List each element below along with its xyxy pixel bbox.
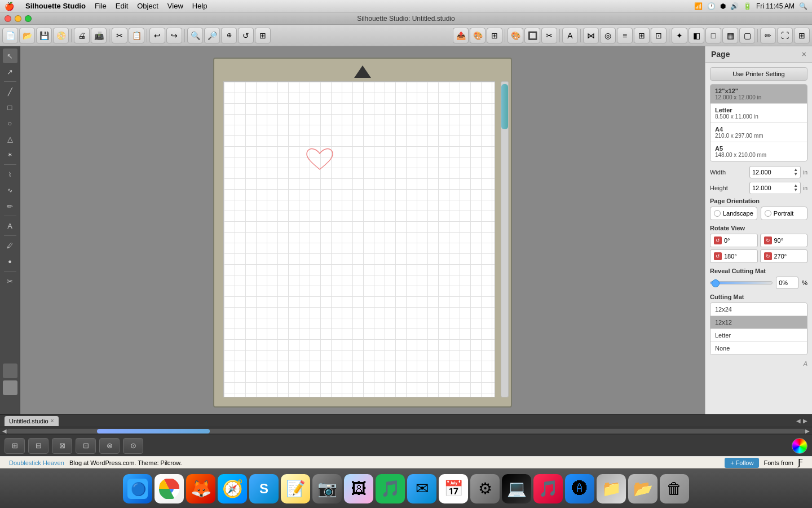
dock-photos-icon[interactable]: 🖼 — [344, 474, 373, 503]
width-spinners[interactable]: ▲ ▼ — [793, 168, 798, 177]
tool-node[interactable]: ↗ — [3, 64, 17, 79]
dock-firefox-icon[interactable]: 🦊 — [186, 474, 215, 503]
dock-mail-icon[interactable]: ✉ — [407, 474, 436, 503]
cut-button[interactable]: ✂ — [112, 28, 127, 43]
height-input[interactable]: 12.000 ▲ ▼ — [749, 182, 801, 194]
width-input[interactable]: 12.000 ▲ ▼ — [749, 166, 801, 178]
dock-finder-icon[interactable]: 🔵 — [123, 474, 152, 503]
save-alt-button[interactable]: 📀 — [53, 28, 69, 43]
dock-app-icon[interactable]: 📂 — [628, 474, 657, 503]
menu-edit[interactable]: Edit — [116, 2, 128, 10]
dock-camera-icon[interactable]: 📷 — [312, 474, 342, 503]
mat-12x12[interactable]: 12x12 — [710, 316, 807, 329]
dock-sysprefs-icon[interactable]: ⚙ — [470, 474, 500, 503]
size-option-a5[interactable]: A5 148.00 x 210.00 mm — [710, 142, 807, 161]
maximize-button[interactable] — [25, 15, 32, 22]
search-icon[interactable]: 🔍 — [799, 2, 807, 10]
rotate-180-button[interactable]: ↺ 180° — [710, 249, 758, 263]
send-button[interactable]: 📤 — [453, 28, 469, 43]
weld-button[interactable]: ⋈ — [583, 28, 599, 43]
dock-appstore-icon[interactable]: 🅐 — [565, 474, 594, 503]
close-button[interactable] — [5, 15, 11, 22]
scroll-h-thumb[interactable] — [97, 429, 210, 433]
dock-spotify-icon[interactable]: 🎵 — [376, 474, 405, 503]
dock-chrome-icon[interactable] — [155, 474, 184, 503]
transform-button[interactable]: ⊡ — [651, 28, 667, 43]
horizontal-scrollbar[interactable]: ◀ ▶ — [0, 427, 812, 435]
height-down[interactable]: ▼ — [793, 188, 798, 192]
dock-activity-icon[interactable]: 💻 — [502, 474, 531, 503]
layer-button[interactable]: ◧ — [689, 28, 704, 43]
offset-button[interactable]: ◎ — [600, 28, 616, 43]
grid-button[interactable]: ⊞ — [255, 28, 271, 43]
copy-button[interactable]: 📋 — [129, 28, 144, 43]
size-option-a4[interactable]: A4 210.0 x 297.00 mm — [710, 123, 807, 142]
print2-button[interactable]: 📠 — [91, 28, 107, 43]
tool-eraser[interactable]: ✂ — [3, 274, 17, 288]
rotate-270-button[interactable]: ↻ 270° — [760, 249, 808, 263]
scroll-right-button[interactable]: ▶ — [805, 428, 810, 434]
pattern-button[interactable]: 🔲 — [524, 28, 540, 43]
color-button[interactable]: 🎨 — [508, 28, 523, 43]
bottom-btn-1[interactable]: ⊞ — [5, 438, 25, 454]
tool-eyedropper[interactable]: ● — [3, 254, 17, 269]
panel1-button[interactable]: □ — [705, 28, 721, 43]
save-button[interactable]: 💾 — [36, 28, 52, 43]
panel-close-button[interactable]: × — [802, 50, 806, 59]
tool-box2[interactable] — [3, 380, 17, 395]
rotate-0-button[interactable]: ↺ 0° — [710, 234, 758, 247]
print-button[interactable]: 🖨 — [74, 28, 90, 43]
dock-trash-icon[interactable]: 🗑 — [660, 474, 689, 503]
tool-bezier[interactable]: ∿ — [3, 183, 17, 198]
tool-star[interactable]: ✶ — [3, 147, 17, 162]
dock-notes-icon[interactable]: 📝 — [281, 474, 310, 503]
tool-pen[interactable]: ⌇ — [3, 167, 17, 182]
follow-button[interactable]: + Follow — [725, 458, 759, 468]
tab-left-arrow[interactable]: ◀ — [796, 418, 801, 424]
pen-button[interactable]: ✏ — [760, 28, 776, 43]
zoom-out-button[interactable]: 🔎 — [204, 28, 220, 43]
fill-button[interactable]: 🎨 — [470, 28, 486, 43]
tool-box3[interactable] — [3, 397, 17, 412]
rotate-button[interactable]: ↺ — [238, 28, 254, 43]
bottom-btn-5[interactable]: ⊗ — [99, 438, 120, 454]
size-option-12x12[interactable]: 12"x12" 12.000 x 12.000 in — [710, 85, 807, 104]
tool-ellipse[interactable]: ○ — [3, 116, 17, 130]
tool-fill[interactable]: 🖊 — [3, 238, 17, 253]
dock-safari-icon[interactable]: 🧭 — [218, 474, 247, 503]
expand-button[interactable]: ⛶ — [777, 28, 793, 43]
bottom-btn-3[interactable]: ⊠ — [52, 438, 72, 454]
panel2-button[interactable]: ▦ — [722, 28, 738, 43]
slider-track[interactable] — [710, 281, 773, 284]
slider-value-display[interactable]: 0% — [776, 277, 798, 289]
align-button[interactable]: ≡ — [617, 28, 633, 43]
tool-pencil[interactable]: ✏ — [3, 199, 17, 213]
height-spinners[interactable]: ▲ ▼ — [793, 183, 798, 192]
tool-box1[interactable] — [3, 364, 17, 378]
color-wheel[interactable] — [792, 438, 807, 454]
menu-object[interactable]: Object — [137, 2, 158, 10]
redo-button[interactable]: ↪ — [166, 28, 182, 43]
new-button[interactable]: 📄 — [2, 28, 18, 43]
portrait-option[interactable]: Portrait — [761, 207, 807, 220]
zoom-fit-button[interactable]: ⊕ — [221, 28, 237, 43]
tool-select[interactable]: ↖ — [3, 49, 17, 63]
portrait-radio[interactable] — [765, 210, 771, 217]
dock-silhouette-icon[interactable]: S — [249, 474, 279, 503]
use-printer-setting-button[interactable]: Use Printer Setting — [710, 67, 807, 81]
canvas-area[interactable] — [20, 46, 705, 414]
mat-12x24[interactable]: 12x24 — [710, 303, 807, 316]
landscape-option[interactable]: Landscape — [710, 207, 757, 220]
bottom-btn-4[interactable]: ⊡ — [76, 438, 96, 454]
slider-thumb[interactable] — [712, 279, 720, 287]
dock-calendar-icon[interactable]: 📅 — [439, 474, 468, 503]
replicate-button[interactable]: ⊞ — [634, 28, 650, 43]
grid3-button[interactable]: ⊞ — [794, 28, 810, 43]
grid2-button[interactable]: ⊞ — [487, 28, 502, 43]
size-option-letter[interactable]: Letter 8.500 x 11.000 in — [710, 104, 807, 123]
open-button[interactable]: 📂 — [19, 28, 35, 43]
scroll-h-track[interactable] — [7, 429, 805, 433]
menu-file[interactable]: File — [95, 2, 107, 10]
tool-text[interactable]: A — [3, 218, 17, 233]
text-button[interactable]: A — [562, 28, 578, 43]
